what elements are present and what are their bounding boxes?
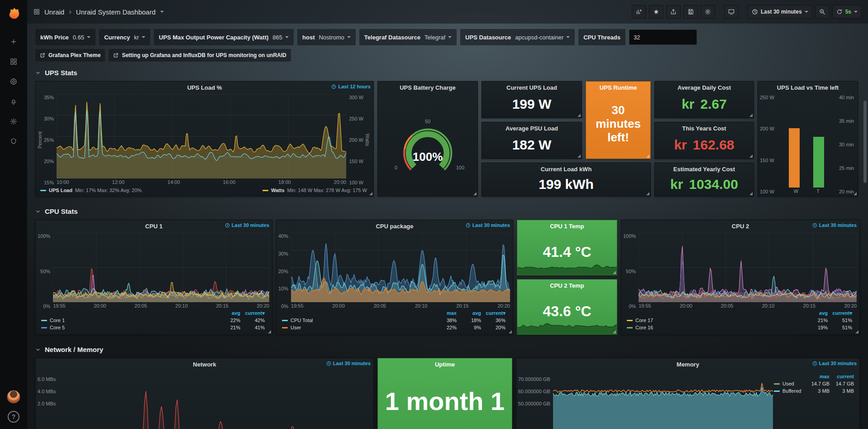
refresh-interval-caret-icon[interactable] — [854, 11, 858, 13]
grafana-logo[interactable] — [0, 0, 27, 25]
legend-col-header[interactable]: current▾ — [240, 310, 265, 316]
vertical-scrollbar-thumb[interactable] — [863, 101, 867, 183]
panel-title[interactable]: Average PSU Load — [506, 125, 558, 132]
variable-value[interactable]: 865 — [272, 34, 289, 41]
series-marker — [774, 383, 780, 385]
section-cpu-stats[interactable]: CPU Stats — [27, 200, 868, 220]
panel-title[interactable]: Current Load kWh — [541, 166, 592, 173]
refresh-interval-label[interactable]: 5s — [845, 9, 851, 15]
save-dashboard-button[interactable] — [683, 5, 698, 19]
panel-timerange-badge[interactable]: Last 30 minutes — [466, 222, 510, 228]
variable-ups-max-output[interactable]: UPS Max Output Power Capacity (Watt) 865 — [154, 29, 294, 45]
panel-title[interactable]: CPU 2 — [732, 223, 749, 230]
share-dashboard-button[interactable] — [666, 5, 681, 19]
variable-kwh-price[interactable]: kWh Price 0.65 — [35, 29, 95, 45]
section-network-memory[interactable]: Network / Memory — [27, 338, 868, 358]
legend-series[interactable]: Buffered — [774, 388, 805, 394]
variable-value[interactable]: 0.65 — [73, 34, 91, 41]
panel-title[interactable]: Average Daily Cost — [677, 84, 731, 91]
panel-title[interactable]: Current UPS Load — [506, 84, 557, 91]
panel-title[interactable]: CPU 1 Temp — [550, 223, 584, 230]
legend-series[interactable]: CPU Total — [282, 318, 432, 323]
sidebar-item-explore[interactable] — [0, 72, 27, 92]
legend-col-header[interactable]: avg — [216, 310, 240, 316]
section-ups-stats[interactable]: UPS Stats — [27, 62, 868, 81]
star-dashboard-button[interactable] — [649, 5, 663, 19]
cpu2-plot[interactable] — [639, 233, 857, 302]
legend-item-watts[interactable]: WattsMin: 148 W Max: 278 W Avg: 175 W — [262, 188, 367, 193]
panel-ups-runtime: UPS Runtime 30 minutes left! — [586, 81, 651, 159]
breadcrumb-dashboard-title[interactable]: Unraid System Dashboard — [76, 8, 156, 16]
variable-currency[interactable]: Currency kr — [99, 29, 150, 45]
caret-down-icon — [347, 36, 351, 38]
panel-timerange-badge[interactable]: Last 30 minutes — [225, 222, 269, 228]
user-avatar[interactable] — [7, 390, 20, 404]
cycle-view-button[interactable] — [724, 5, 739, 19]
panel-timerange-badge[interactable]: Last 30 minutes — [326, 361, 371, 366]
dashboard-link-ups-guide[interactable]: Setting up Grafana and InfluxDB for UPS … — [109, 49, 291, 62]
legend-col-header[interactable]: current▾ — [828, 310, 852, 316]
panel-title[interactable]: UPS Load vs Time left — [777, 84, 839, 91]
legend-col-header[interactable]: current▾ — [481, 310, 506, 316]
legend-col-header[interactable]: current — [830, 374, 854, 379]
panel-title[interactable]: CPU 2 Temp — [550, 282, 584, 289]
bar-time-left[interactable] — [813, 137, 824, 188]
variable-value[interactable]: kr — [134, 34, 145, 41]
dashboard-dropdown-caret-icon[interactable] — [160, 11, 164, 13]
zoom-out-icon — [819, 9, 825, 15]
cpu-package-plot[interactable] — [291, 233, 510, 302]
cpu-threads-input[interactable] — [629, 29, 697, 45]
x-axis: 19:5520:0020:0520:1020:1520:20 — [639, 302, 857, 309]
legend-series[interactable]: User — [282, 325, 432, 330]
panel-title[interactable]: CPU 1 — [145, 223, 162, 230]
network-plot[interactable] — [58, 371, 371, 429]
panel-title[interactable]: CPU package — [376, 223, 413, 230]
sidebar-item-server-admin[interactable] — [0, 131, 27, 151]
panel-timerange-badge[interactable]: Last 30 minutes — [812, 361, 857, 366]
time-range-picker[interactable]: Last 30 minutes — [748, 5, 812, 19]
sidebar-item-configuration[interactable] — [0, 111, 27, 131]
zoom-out-time-button[interactable] — [815, 5, 830, 19]
panel-title[interactable]: Network — [193, 361, 216, 368]
variable-value[interactable]: Nostromo — [319, 34, 350, 41]
refresh-button[interactable]: 5s — [832, 5, 862, 19]
panel-title[interactable]: UPS Battery Charge — [400, 84, 456, 91]
legend-series[interactable]: Core 1 — [41, 318, 216, 323]
cpu1-plot[interactable] — [53, 233, 269, 302]
legend-col-header[interactable]: max — [805, 374, 830, 379]
legend-series[interactable]: Core 5 — [41, 325, 216, 330]
legend-series[interactable]: Core 17 — [627, 318, 803, 323]
dashboard-picker-grid-icon[interactable] — [33, 9, 40, 15]
memory-plot[interactable] — [553, 371, 773, 429]
bar-watts[interactable] — [789, 128, 800, 188]
variable-ups-datasource[interactable]: UPS Datasource apcupsd-container — [460, 29, 575, 45]
panel-timerange-badge[interactable]: Last 12 hours — [331, 84, 371, 89]
panel-timerange-badge[interactable]: Last 30 minutes — [812, 222, 857, 228]
panel-title[interactable]: UPS Load % — [187, 84, 222, 91]
y-axis-right: 300 W250 W200 W150 W100 W — [346, 94, 364, 186]
ups-load-plot[interactable] — [57, 94, 346, 178]
breadcrumb-folder[interactable]: Unraid — [44, 8, 64, 16]
sidebar-item-dashboards[interactable] — [0, 52, 27, 72]
dashboard-link-plex-theme[interactable]: Grafana Plex Theme — [35, 49, 105, 62]
legend-col-header[interactable]: avg — [803, 310, 828, 316]
legend-series[interactable]: Used — [774, 381, 805, 386]
legend-col-header[interactable]: max — [432, 310, 457, 316]
sidebar-item-create[interactable] — [0, 32, 27, 52]
sidebar-item-alerting[interactable] — [0, 92, 27, 111]
panel-title[interactable]: UPS Runtime — [600, 84, 637, 91]
panel-title[interactable]: Estimated Yearly Cost — [673, 166, 735, 173]
legend-series[interactable]: Core 16 — [627, 325, 803, 330]
help-icon[interactable]: ? — [8, 411, 19, 423]
add-panel-button[interactable] — [632, 5, 646, 19]
variable-telegraf-datasource[interactable]: Telegraf Datasource Telegraf — [359, 29, 457, 45]
dashboard-settings-button[interactable] — [701, 5, 715, 19]
panel-title[interactable]: Memory — [677, 361, 699, 368]
legend-col-header[interactable]: avg — [457, 310, 481, 316]
legend-item-ups-load[interactable]: UPS LoadMin: 17% Max: 32% Avg: 20% — [40, 188, 142, 193]
variable-value[interactable]: apcupsd-container — [515, 34, 570, 41]
panel-title[interactable]: Uptime — [435, 361, 455, 368]
panel-title[interactable]: This Years Cost — [682, 125, 726, 132]
variable-host[interactable]: host Nostromo — [297, 29, 356, 45]
variable-value[interactable]: Telegraf — [424, 34, 452, 41]
